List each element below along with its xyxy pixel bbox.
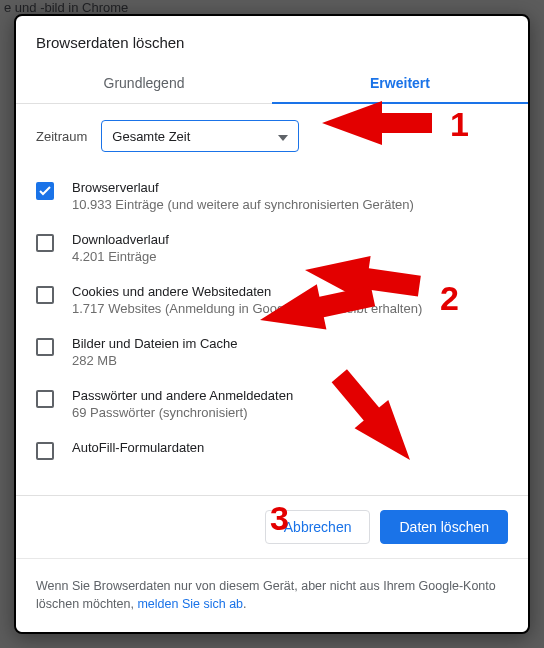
dialog-body: Zeitraum Gesamte Zeit Browserverlauf10.9…	[16, 104, 528, 495]
item-subtext: 282 MB	[72, 353, 237, 368]
note-text-pre: Wenn Sie Browserdaten nur von diesem Ger…	[36, 579, 496, 612]
note-text-post: .	[243, 597, 246, 611]
time-range-select[interactable]: Gesamte Zeit	[101, 120, 299, 152]
time-range-row: Zeitraum Gesamte Zeit	[36, 104, 508, 170]
item-subtext: 1.717 Websites (Anmeldung in Google-Kont…	[72, 301, 422, 316]
data-type-row: Cookies und andere Websitedaten1.717 Web…	[36, 274, 508, 326]
tab-advanced[interactable]: Erweitert	[272, 65, 528, 103]
data-type-row: Passwörter und andere Anmeldedaten69 Pas…	[36, 378, 508, 430]
checkbox[interactable]	[36, 442, 54, 460]
dialog-footer: Abbrechen Daten löschen	[16, 495, 528, 558]
checkbox[interactable]	[36, 182, 54, 200]
data-type-row: Downloadverlauf4.201 Einträge	[36, 222, 508, 274]
item-label: Cookies und andere Websitedaten	[72, 284, 422, 299]
clear-browsing-data-dialog: Browserdaten löschen Grundlegend Erweite…	[14, 14, 530, 634]
background-page-text: e und -bild in Chrome	[4, 0, 128, 15]
checkbox[interactable]	[36, 390, 54, 408]
item-label: Downloadverlauf	[72, 232, 169, 247]
data-type-row: Browserverlauf10.933 Einträge (und weite…	[36, 170, 508, 222]
item-subtext: 69 Passwörter (synchronisiert)	[72, 405, 293, 420]
item-label: AutoFill-Formulardaten	[72, 440, 204, 455]
item-label: Browserverlauf	[72, 180, 414, 195]
checkbox[interactable]	[36, 338, 54, 356]
sign-out-link[interactable]: melden Sie sich ab	[137, 597, 243, 611]
checkbox[interactable]	[36, 234, 54, 252]
item-subtext: 10.933 Einträge (und weitere auf synchro…	[72, 197, 414, 212]
checkbox[interactable]	[36, 286, 54, 304]
item-label: Bilder und Dateien im Cache	[72, 336, 237, 351]
dialog-title: Browserdaten löschen	[16, 16, 528, 65]
chevron-down-icon	[278, 129, 288, 144]
item-label: Passwörter und andere Anmeldedaten	[72, 388, 293, 403]
time-range-value: Gesamte Zeit	[112, 129, 190, 144]
item-subtext: 4.201 Einträge	[72, 249, 169, 264]
sync-note: Wenn Sie Browserdaten nur von diesem Ger…	[16, 558, 528, 633]
tab-basic[interactable]: Grundlegend	[16, 65, 272, 103]
data-type-row: AutoFill-Formulardaten	[36, 430, 508, 470]
cancel-button[interactable]: Abbrechen	[265, 510, 371, 544]
clear-data-button[interactable]: Daten löschen	[380, 510, 508, 544]
tab-bar: Grundlegend Erweitert	[16, 65, 528, 104]
data-type-row: Bilder und Dateien im Cache282 MB	[36, 326, 508, 378]
time-range-label: Zeitraum	[36, 129, 87, 144]
